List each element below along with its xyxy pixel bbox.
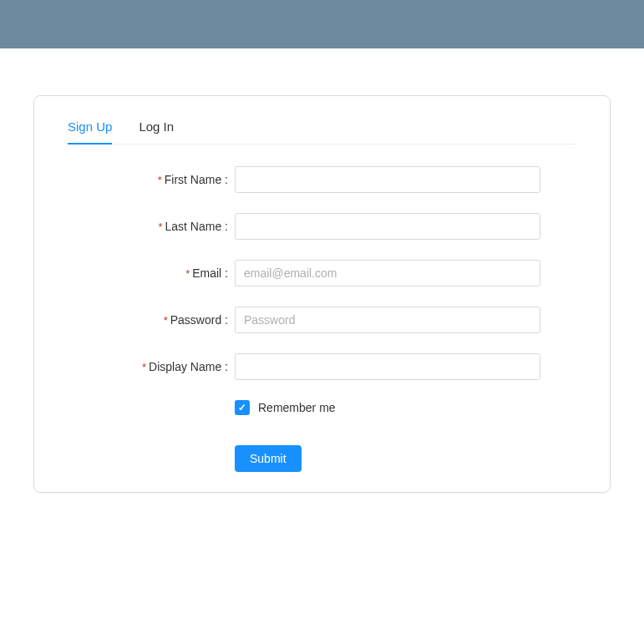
- password-label: *Password :: [68, 313, 235, 327]
- last-name-input[interactable]: [235, 213, 540, 240]
- required-star-icon: *: [158, 221, 162, 233]
- row-remember: ✓ Remember me: [235, 400, 576, 415]
- first-name-label-text: First Name :: [165, 173, 228, 186]
- required-star-icon: *: [158, 174, 162, 186]
- check-icon: ✓: [238, 403, 246, 413]
- tab-login[interactable]: Log In: [139, 119, 174, 144]
- submit-button[interactable]: Submit: [235, 445, 302, 472]
- email-label: *Email :: [68, 266, 235, 280]
- required-star-icon: *: [185, 267, 190, 280]
- header-bar: [0, 0, 644, 48]
- email-label-text: Email :: [192, 266, 228, 280]
- first-name-label: *First Name :: [68, 173, 235, 186]
- password-label-text: Password :: [170, 313, 228, 327]
- row-password: *Password :: [68, 307, 576, 333]
- password-input[interactable]: [235, 307, 540, 333]
- tabs: Sign Up Log In: [68, 119, 576, 145]
- tab-signup[interactable]: Sign Up: [68, 119, 112, 144]
- display-name-input[interactable]: [235, 353, 540, 380]
- row-submit: Submit: [235, 445, 576, 472]
- display-name-label-text: Display Name :: [149, 360, 228, 373]
- remember-checkbox[interactable]: ✓: [235, 400, 250, 415]
- last-name-label: *Last Name :: [68, 220, 235, 233]
- row-display-name: *Display Name :: [68, 353, 576, 380]
- required-star-icon: *: [142, 361, 146, 373]
- row-email: *Email :: [68, 260, 576, 287]
- email-input[interactable]: [235, 260, 540, 287]
- first-name-input[interactable]: [235, 166, 540, 193]
- display-name-label: *Display Name :: [68, 360, 235, 373]
- last-name-label-text: Last Name :: [165, 220, 228, 233]
- form-card: Sign Up Log In *First Name : *Last Name …: [33, 95, 611, 493]
- remember-label: Remember me: [258, 401, 336, 414]
- required-star-icon: *: [164, 314, 168, 327]
- row-first-name: *First Name :: [68, 166, 576, 193]
- row-last-name: *Last Name :: [68, 213, 576, 240]
